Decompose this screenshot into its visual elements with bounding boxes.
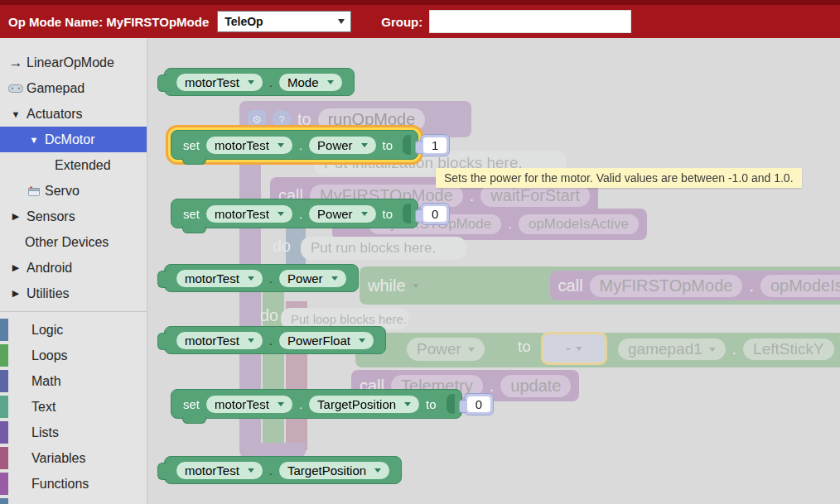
chevron-right-icon[interactable]	[7, 262, 25, 273]
category-color-chip	[0, 498, 8, 504]
chevron-down-icon	[248, 338, 254, 343]
sidebar-item-label: Math	[31, 374, 61, 389]
gear-icon: ⚙	[248, 110, 266, 128]
chevron-down-icon	[338, 19, 345, 24]
chevron-down-icon	[404, 402, 411, 406]
block-motortest-powerfloat-getter[interactable]: motorTest . PowerFloat	[164, 326, 386, 354]
keyword-do: do	[273, 237, 291, 256]
sidebar-item-label: Utilities	[27, 286, 70, 301]
function-name-field: runOpMode	[318, 108, 426, 131]
input-socket	[447, 394, 455, 414]
property-dropdown-value: PowerFloat	[287, 334, 350, 348]
sidebar-item-label: Actuators	[27, 107, 83, 122]
sidebar-item-linearopmode[interactable]: LinearOpMode	[0, 50, 147, 75]
chevron-down-icon	[248, 80, 254, 84]
sidebar-item-math[interactable]: Math	[0, 368, 147, 394]
property-dropdown[interactable]: TargetPosition	[279, 462, 389, 479]
category-color-chip	[0, 370, 8, 392]
chevron-down-icon[interactable]	[25, 135, 43, 145]
dot-separator: .	[269, 463, 273, 478]
sidebar-divider	[0, 311, 147, 312]
sidebar-item-loops[interactable]: Loops	[0, 343, 147, 368]
sidebar-item-sensors[interactable]: Sensors	[0, 204, 147, 229]
property-dropdown[interactable]: PowerFloat	[279, 332, 374, 349]
keyword-to: to	[426, 397, 437, 411]
flavor-select[interactable]: TeleOp	[217, 11, 351, 32]
keyword-set: set	[183, 207, 200, 221]
keyword-to: to	[518, 338, 531, 356]
bg-gamepad-block: gamepad1 . LeftStickY	[610, 333, 840, 366]
number-value-field[interactable]: 1	[423, 137, 447, 153]
sidebar-item-label: Servo	[45, 184, 80, 199]
property-dropdown[interactable]: Power	[279, 270, 346, 287]
sidebar-item-text[interactable]: Text	[0, 394, 147, 420]
sidebar-item-logic[interactable]: Logic	[0, 317, 147, 343]
block-motortest-power-getter[interactable]: motorTest . Power	[164, 264, 359, 292]
sidebar-item-actuators[interactable]: Actuators	[0, 101, 147, 127]
property-dropdown-value: Power	[317, 207, 353, 221]
chevron-right-icon[interactable]	[7, 211, 25, 222]
bg-while-block: while call MyFIRSTOpMode . opModeIsActiv…	[360, 266, 840, 305]
group-input[interactable]	[429, 10, 631, 33]
sidebar-item-dcmotor[interactable]: DcMotor	[0, 127, 147, 152]
sidebar-item-functions[interactable]: Functions	[0, 471, 147, 497]
flyout-row: set motorTest . Power to 0	[171, 199, 450, 228]
device-dropdown[interactable]: motorTest	[206, 396, 292, 413]
sidebar-item-miscellaneous[interactable]: Miscellaneous	[0, 497, 147, 504]
sidebar-item-variables[interactable]: Variables	[0, 445, 147, 471]
property-dropdown-value: TargetPosition	[287, 463, 366, 478]
block-tooltip: Sets the power for the motor. Valid valu…	[436, 168, 802, 188]
dot-separator: .	[299, 397, 302, 411]
device-dropdown[interactable]: motorTest	[176, 270, 263, 287]
number-value-field[interactable]: 0	[467, 396, 490, 412]
sidebar-item-extended[interactable]: Extended	[0, 152, 147, 178]
chevron-down-icon	[361, 212, 368, 216]
number-block[interactable]: 0	[420, 203, 450, 225]
sidebar-item-android[interactable]: Android	[0, 255, 147, 281]
keyword-set: set	[183, 138, 200, 152]
device-dropdown[interactable]: motorTest	[176, 74, 263, 91]
block-motortest-mode-getter[interactable]: motorTest . Mode	[164, 68, 355, 96]
category-color-chip	[0, 421, 8, 444]
sidebar-item-other-devices[interactable]: Other Devices	[0, 229, 147, 255]
sidebar-item-gamepad[interactable]: Gamepad	[0, 75, 147, 101]
block-set-targetposition[interactable]: set motorTest . TargetPosition to	[171, 389, 462, 419]
chevron-down-icon[interactable]	[7, 109, 25, 119]
device-dropdown[interactable]: motorTest	[206, 205, 292, 223]
sidebar-item-utilities[interactable]: Utilities	[0, 281, 147, 306]
property-dropdown-value: Mode	[287, 75, 319, 89]
blockly-workspace[interactable]: ⚙ ? to runOpMode Put initialization bloc…	[148, 38, 840, 504]
device-dropdown-value: motorTest	[185, 271, 239, 286]
device-dropdown[interactable]: motorTest	[206, 137, 292, 154]
device-dropdown[interactable]: motorTest	[176, 332, 263, 349]
sidebar-item-lists[interactable]: Lists	[0, 420, 147, 445]
number-value-field[interactable]: 0	[423, 206, 447, 222]
number-block[interactable]: 1	[420, 134, 450, 156]
gamepad-icon	[7, 84, 25, 94]
sidebar-item-label: Other Devices	[25, 235, 109, 250]
flyout-row: set motorTest . Power to 1	[171, 130, 450, 160]
property-dropdown[interactable]: Power	[309, 205, 376, 223]
property-dropdown[interactable]: Mode	[279, 74, 342, 91]
flyout-row: motorTest . PowerFloat	[164, 326, 386, 354]
chevron-down-icon	[248, 276, 254, 281]
keyword-do: do	[260, 306, 278, 325]
block-set-power[interactable]: set motorTest . Power to	[171, 199, 418, 228]
chevron-right-icon[interactable]	[7, 288, 25, 299]
keyword-to: to	[383, 207, 393, 221]
chevron-down-icon	[278, 212, 284, 216]
category-color-chip	[0, 473, 8, 495]
number-block[interactable]: 0	[464, 393, 494, 415]
device-dropdown[interactable]: motorTest	[176, 462, 263, 479]
block-set-power-selected[interactable]: set motorTest . Power to	[171, 130, 418, 160]
category-color-chip	[0, 447, 8, 469]
chevron-down-icon	[327, 80, 334, 84]
keyword-while: while	[368, 276, 406, 295]
toolbox-sidebar: LinearOpMode Gamepad Actuators DcMotor E…	[0, 38, 147, 504]
sidebar-item-servo[interactable]: Servo	[0, 178, 147, 204]
property-dropdown[interactable]: Power	[309, 137, 376, 154]
block-motortest-targetposition-getter[interactable]: motorTest . TargetPosition	[164, 456, 402, 484]
property-dropdown[interactable]: TargetPosition	[309, 396, 419, 413]
sidebar-item-label: Lists	[31, 425, 59, 440]
sidebar-item-label: Variables	[31, 451, 86, 466]
